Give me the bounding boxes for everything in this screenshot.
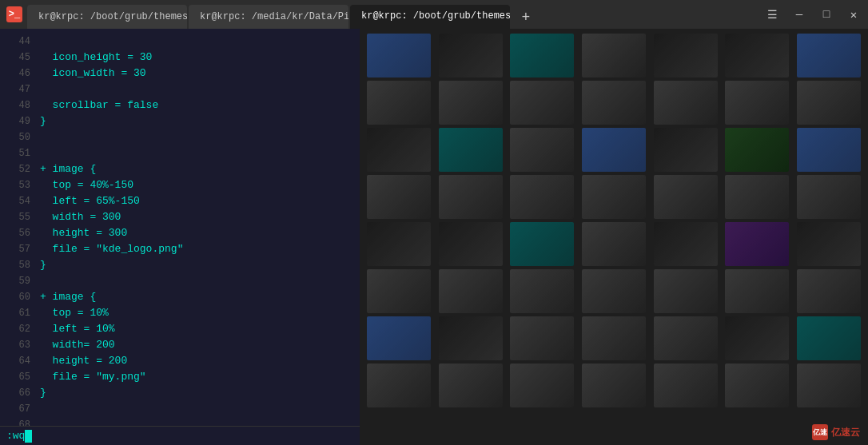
thumbnail-item[interactable] <box>508 222 576 266</box>
thumbnail-item[interactable] <box>436 269 505 313</box>
code-line: 58} <box>0 257 360 273</box>
thumbnail-item[interactable] <box>364 364 433 407</box>
thumbnail-item[interactable] <box>364 128 433 172</box>
thumbnail-image <box>797 364 861 407</box>
thumbnail-image <box>797 222 861 266</box>
menu-button[interactable]: ☰ <box>764 8 780 22</box>
thumbnail-item[interactable] <box>794 34 863 77</box>
thumbnail-item[interactable] <box>508 175 576 219</box>
thumbnail-item[interactable] <box>579 34 648 77</box>
thumbnail-image <box>510 316 574 360</box>
code-line: 59 <box>0 273 360 289</box>
line-content: left = 65%-150 <box>40 193 140 209</box>
code-editor[interactable]: 4445 icon_height = 3046 icon_width = 304… <box>0 29 360 438</box>
close-button[interactable]: ✕ <box>846 8 862 22</box>
code-line: 65 file = "my.png" <box>0 369 360 385</box>
thumbnail-item[interactable] <box>579 222 648 266</box>
thumbnail-image <box>725 175 789 219</box>
thumbnail-item[interactable] <box>508 364 576 407</box>
thumbnail-item[interactable] <box>436 81 505 125</box>
line-content: scrollbar = false <box>40 97 158 113</box>
thumbnail-item[interactable] <box>651 34 720 77</box>
thumbnail-image <box>654 269 718 313</box>
tab-2[interactable]: kr@krpc: /media/kr/Data/Pictu <box>189 5 348 29</box>
line-number: 44 <box>6 34 30 50</box>
code-line: 47 <box>0 81 360 97</box>
thumbnail-item[interactable] <box>651 175 720 219</box>
thumbnail-image <box>725 81 789 125</box>
thumbnail-item[interactable] <box>579 316 648 360</box>
thumbnail-item[interactable] <box>364 269 433 313</box>
thumbnail-item[interactable] <box>651 316 720 360</box>
thumbnail-item[interactable] <box>794 269 863 313</box>
thumbnail-item[interactable] <box>508 81 576 125</box>
thumbnail-item[interactable] <box>364 81 433 125</box>
thumbnail-item[interactable] <box>651 364 720 407</box>
tab-1[interactable]: kr@krpc: /boot/grub/themes/Plas <box>27 5 187 29</box>
thumbnail-item[interactable] <box>794 81 863 125</box>
thumbnail-item[interactable] <box>723 222 792 266</box>
thumbnail-item[interactable] <box>579 175 648 219</box>
code-line: 52+ image { <box>0 161 360 177</box>
thumbnail-item[interactable] <box>579 364 648 407</box>
thumbnail-image <box>367 175 431 219</box>
thumbnail-item[interactable] <box>364 222 433 266</box>
thumbnail-item[interactable] <box>436 316 505 360</box>
thumbnail-item[interactable] <box>651 128 720 172</box>
thumbnail-item[interactable] <box>579 81 648 125</box>
thumbnail-item[interactable] <box>436 175 505 219</box>
thumbnail-item[interactable] <box>508 269 576 313</box>
thumbnail-item[interactable] <box>579 128 648 172</box>
code-line: 56 height = 300 <box>0 225 360 241</box>
line-number: 56 <box>6 225 30 241</box>
thumbnail-image <box>725 128 789 172</box>
thumbnail-item[interactable] <box>436 34 505 77</box>
thumbnail-item[interactable] <box>579 269 648 313</box>
thumbnail-image <box>582 175 646 219</box>
thumbnail-item[interactable] <box>508 34 576 77</box>
thumbnail-item[interactable] <box>723 81 792 125</box>
thumbnail-item[interactable] <box>723 364 792 407</box>
thumbnail-item[interactable] <box>651 269 720 313</box>
thumbnail-item[interactable] <box>436 364 505 407</box>
thumbnail-item[interactable] <box>794 222 863 266</box>
vim-cmdline[interactable]: :wq <box>0 426 360 445</box>
thumbnail-image <box>439 81 503 125</box>
thumbnail-item[interactable] <box>364 175 433 219</box>
line-content: + image { <box>40 161 96 177</box>
thumbnail-image <box>582 81 646 125</box>
thumbnail-item[interactable] <box>651 81 720 125</box>
thumbnail-item[interactable] <box>794 175 863 219</box>
thumbnail-item[interactable] <box>723 128 792 172</box>
thumbnail-image <box>582 222 646 266</box>
thumbnail-item[interactable] <box>723 34 792 77</box>
tab-3[interactable]: kr@krpc: /boot/grub/themes/Plas <box>350 5 510 29</box>
watermark: 亿速 亿速云 <box>812 424 860 440</box>
thumbnail-item[interactable] <box>794 364 863 407</box>
thumbnail-item[interactable] <box>508 316 576 360</box>
line-number: 64 <box>6 353 30 369</box>
thumbnail-item[interactable] <box>364 316 433 360</box>
line-content: top = 40%-150 <box>40 177 133 193</box>
thumbnail-item[interactable] <box>651 222 720 266</box>
line-content: } <box>40 113 46 129</box>
thumbnail-item[interactable] <box>364 34 433 77</box>
thumbnail-item[interactable] <box>723 269 792 313</box>
thumbnail-item[interactable] <box>508 128 576 172</box>
thumbnail-image <box>510 364 574 407</box>
line-number: 50 <box>6 129 30 145</box>
code-line: 60+ image { <box>0 289 360 305</box>
code-line: 45 icon_height = 30 <box>0 50 360 66</box>
thumbnail-item[interactable] <box>794 316 863 360</box>
new-tab-button[interactable]: + <box>515 6 537 29</box>
line-number: 52 <box>6 161 30 177</box>
thumbnail-item[interactable] <box>794 128 863 172</box>
thumbnail-image <box>725 34 789 77</box>
cursor <box>25 430 32 443</box>
thumbnail-item[interactable] <box>436 128 505 172</box>
thumbnail-item[interactable] <box>723 316 792 360</box>
thumbnail-item[interactable] <box>723 175 792 219</box>
minimize-button[interactable]: — <box>791 8 807 21</box>
maximize-button[interactable]: □ <box>818 8 834 21</box>
thumbnail-item[interactable] <box>436 222 505 266</box>
